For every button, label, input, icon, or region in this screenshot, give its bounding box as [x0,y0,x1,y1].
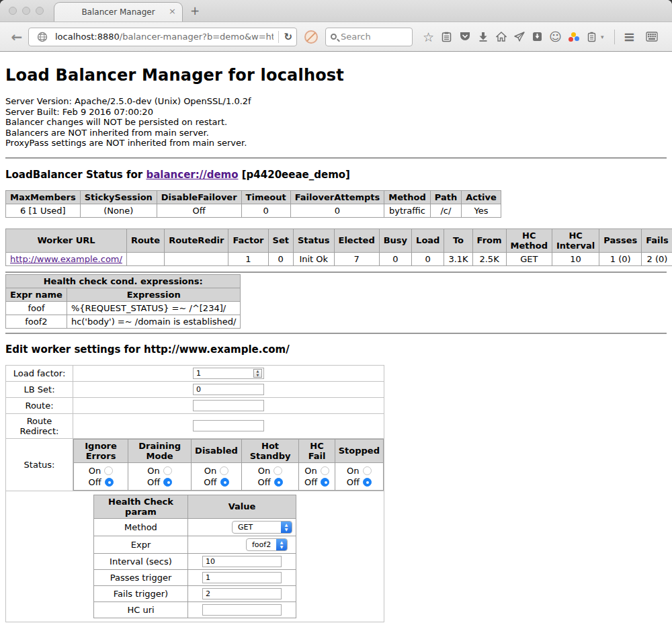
cell-factor: 1 [228,252,268,265]
balancer-demo-link[interactable]: balancer://demo [146,169,238,181]
hc-fail-on-radio[interactable] [321,466,329,475]
search-placeholder: Search [341,32,371,42]
zoom-window-icon[interactable] [36,7,44,15]
hc-expr-title-row: Health check cond. expressions: [6,274,241,288]
col-disabled: Disabled [192,439,242,462]
reload-icon[interactable]: ↻ [284,31,292,43]
status-table: Ignore Errors Draining Mode Disabled Hot… [73,439,384,491]
cell-set: 0 [268,252,293,265]
hc-uri-label: HC uri [94,601,188,618]
hc-fails-row: Fails trigger) [94,585,296,601]
hc-fails-input[interactable] [202,588,282,599]
send-tab-icon[interactable] [510,29,528,45]
col-elected: Elected [334,229,379,252]
off-label: Off [88,476,101,488]
number-stepper-icon[interactable]: ▲▼ [253,369,262,378]
balancer-status-table: MaxMembers StickySession DisableFailover… [5,190,501,218]
server-info: Server Version: Apache/2.5.0-dev (Unix) … [5,96,667,149]
url-domain: localhost:8880 [55,32,120,42]
minimize-window-icon[interactable] [22,7,30,15]
forum-smiley-icon[interactable]: ☺ [546,29,564,45]
col-path: Path [430,190,461,204]
chevron-down-icon[interactable]: ▾ [601,34,609,40]
worker-header-row: Worker URL Route RouteRedir Factor Set S… [6,229,672,252]
pocket-icon[interactable] [456,29,474,45]
inherit-notice-line: Balancers are NOT inherited from main se… [5,128,667,138]
route-input[interactable] [193,400,264,411]
proxypass-notice-line: ProxyPass settings are NOT inherited fro… [5,138,667,149]
balancer-header-row: MaxMembers StickySession DisableFailover… [6,190,501,204]
cell-worker-url: http://www.example.com/ [6,252,127,265]
hc-method-row: Method GET▲▼ [94,518,296,536]
page-title: Load Balancer Manager for localhost [5,66,667,85]
load-factor-label: Load factor: [6,365,73,381]
balancer-status-heading: LoadBalancer Status for balancer://demo … [5,169,667,181]
new-tab-button[interactable]: + [190,4,200,17]
off-label: Off [204,476,216,488]
disabled-off-radio[interactable] [220,478,229,487]
url-bar[interactable]: localhost:8880/balancer-manager?b=demo&w… [28,28,297,46]
edit-worker-heading: Edit worker settings for http://www.exam… [5,343,667,356]
route-label: Route: [6,397,73,413]
url-text[interactable]: localhost:8880/balancer-manager?b=demo&w… [55,32,274,42]
content-block-icon[interactable] [304,30,318,44]
hot-standby-on-radio[interactable] [274,466,282,475]
col-busy: Busy [379,229,411,252]
stopped-off-radio[interactable] [363,478,372,487]
cell-elected: 7 [334,252,379,265]
ignore-errors-off-radio[interactable] [105,478,114,487]
col-stickysession: StickySession [80,190,157,204]
keyboard-grid-icon[interactable] [642,29,661,45]
off-label: Off [257,476,270,488]
hc-expr-select[interactable]: foof2▲▼ [246,538,288,551]
route-redirect-input[interactable] [193,420,264,431]
col-load: Load [412,229,444,252]
cell-hc-interval: 10 [552,252,599,265]
reading-list-icon[interactable] [437,29,456,45]
lb-set-input[interactable] [193,384,264,395]
navigation-toolbar: ← localhost:8880/balancer-manager?b=demo… [0,22,672,52]
draining-mode-off-radio[interactable] [163,478,172,487]
tab-bar: Balancer Manager × + [0,0,672,22]
persist-notice-line: Balancer changes will NOT be persisted o… [5,117,667,128]
close-window-icon[interactable] [9,7,17,15]
hc-method-select[interactable]: GET▲▼ [232,521,292,534]
hc-passes-input[interactable] [202,572,282,583]
ignore-errors-on-radio[interactable] [104,466,113,475]
hc-uri-row: HC uri [94,601,296,618]
close-tab-icon[interactable]: × [169,6,176,16]
disabled-on-radio[interactable] [220,466,228,475]
on-label: On [89,465,101,476]
stopped-on-radio[interactable] [363,466,372,475]
hc-expressions-table: Health check cond. expressions: Expr nam… [5,274,241,329]
col-set: Set [268,229,293,252]
col-hc-param: Health Check param [94,495,188,518]
bookmark-star-icon[interactable]: ☆ [419,29,437,45]
hc-interval-input[interactable] [202,556,282,567]
hc-uri-input[interactable] [202,604,282,616]
back-button[interactable]: ← [7,27,27,47]
balancer-heading-suffix: [p4420eeae_demo] [239,169,350,181]
status-radio-row: On Off On Off On Off [74,462,384,490]
menu-icon[interactable]: ≡ [620,29,638,45]
search-input[interactable]: Search [325,28,413,46]
save-page-icon[interactable] [528,29,546,45]
col-ignore-errors: Ignore Errors [74,439,128,462]
col-status: Status [293,229,334,252]
cell-routeredir [165,252,228,265]
colorful-dots-icon[interactable] [564,29,583,45]
downloads-icon[interactable] [474,29,492,45]
worker-url-link[interactable]: http://www.example.com/ [10,254,122,264]
stopped-radios: On Off [335,462,383,490]
tab-balancer-manager[interactable]: Balancer Manager × [54,2,183,22]
cell-expr-name: foof2 [6,315,67,328]
draining-mode-on-radio[interactable] [163,466,172,475]
home-icon[interactable] [492,29,510,45]
hc-fail-off-radio[interactable] [321,478,329,487]
col-hc-value: Value [188,495,296,518]
battery-panel-icon[interactable] [583,29,601,45]
hot-standby-off-radio[interactable] [274,478,283,487]
hc-interval-row: Interval (secs) [94,553,296,569]
on-label: On [347,465,359,476]
cell-disablefailover: Off [157,204,241,217]
